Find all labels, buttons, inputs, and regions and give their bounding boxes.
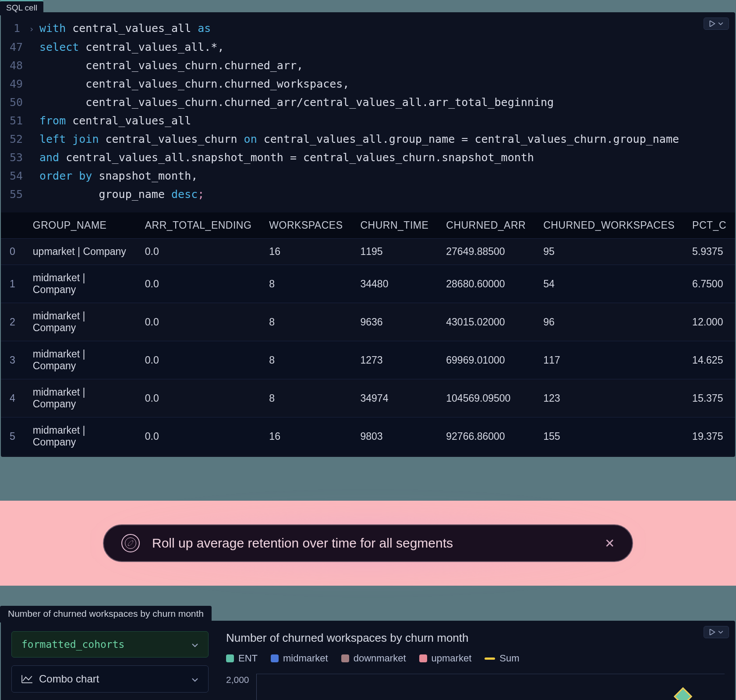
- table-cell: 0.0: [136, 239, 261, 265]
- table-row[interactable]: 0upmarket | Company0.016119527649.885009…: [1, 239, 735, 265]
- data-point-marker: [674, 687, 692, 700]
- table-cell: 9636: [352, 303, 438, 341]
- command-section: Roll up average retention over time for …: [0, 501, 736, 586]
- chart-title: Number of churned workspaces by churn mo…: [226, 631, 725, 645]
- table-cell: midmarket | Company: [24, 265, 136, 303]
- sql-cell: SQL cell 1›with central_values_all as47s…: [1, 12, 735, 457]
- chevron-down-icon: [718, 630, 723, 634]
- column-header[interactable]: GROUP_NAME: [24, 212, 136, 239]
- command-bar[interactable]: Roll up average retention over time for …: [103, 524, 633, 562]
- run-button[interactable]: [704, 18, 729, 30]
- legend-label: ENT: [238, 653, 258, 664]
- column-header[interactable]: ARR_TOTAL_ENDING: [136, 212, 261, 239]
- legend-swatch: [485, 658, 495, 660]
- table-cell: 16: [260, 239, 351, 265]
- chart-type-select[interactable]: Combo chart: [11, 665, 209, 693]
- close-icon[interactable]: ✕: [605, 536, 615, 551]
- table-cell: 34974: [352, 379, 438, 417]
- column-header[interactable]: PCT_C: [683, 212, 735, 239]
- chart-type-value: Combo chart: [39, 673, 99, 685]
- column-header[interactable]: [1, 212, 24, 239]
- table-cell: 8: [260, 265, 351, 303]
- table-cell: 3: [1, 341, 24, 379]
- table-cell: 5.9375: [683, 239, 735, 265]
- table-row[interactable]: 5midmarket | Company0.016980392766.86000…: [1, 417, 735, 456]
- legend-item[interactable]: Sum: [485, 653, 519, 664]
- table-cell: 8: [260, 379, 351, 417]
- column-header[interactable]: CHURNED_ARR: [437, 212, 534, 239]
- table-cell: 155: [534, 417, 683, 456]
- legend-item[interactable]: upmarket: [419, 653, 472, 664]
- table-cell: 34480: [352, 265, 438, 303]
- table-cell: 15.375: [683, 379, 735, 417]
- result-table: GROUP_NAMEARR_TOTAL_ENDINGWORKSPACESCHUR…: [1, 212, 735, 455]
- table-cell: 1: [1, 265, 24, 303]
- legend-item[interactable]: ENT: [226, 653, 258, 664]
- column-header[interactable]: CHURNED_WORKSPACES: [534, 212, 683, 239]
- legend-label: downmarket: [354, 653, 406, 664]
- table-cell: 1273: [352, 341, 438, 379]
- sql-editor[interactable]: 1›with central_values_all as47select cen…: [1, 12, 735, 212]
- table-cell: 9803: [352, 417, 438, 456]
- table-cell: 28680.60000: [437, 265, 534, 303]
- legend-item[interactable]: midmarket: [271, 653, 328, 664]
- chart-plot-area[interactable]: [256, 674, 725, 700]
- table-cell: 2: [1, 303, 24, 341]
- table-row[interactable]: 3midmarket | Company0.08127369969.010001…: [1, 341, 735, 379]
- table-cell: midmarket | Company: [24, 379, 136, 417]
- chevron-down-icon: [718, 21, 723, 26]
- table-cell: 0.0: [136, 379, 261, 417]
- legend-label: midmarket: [283, 653, 328, 664]
- table-cell: 8: [260, 303, 351, 341]
- table-cell: 16: [260, 417, 351, 456]
- chart-controls: formatted_cohorts Combo chart Data Style: [11, 631, 209, 700]
- table-cell: 14.625: [683, 341, 735, 379]
- table-row[interactable]: 2midmarket | Company0.08963643015.020009…: [1, 303, 735, 341]
- chevron-down-icon: [191, 673, 198, 685]
- table-cell: 69969.01000: [437, 341, 534, 379]
- table-cell: 27649.88500: [437, 239, 534, 265]
- column-header[interactable]: WORKSPACES: [260, 212, 351, 239]
- legend-label: upmarket: [432, 653, 472, 664]
- chart-cell-tab[interactable]: Number of churned workspaces by churn mo…: [0, 606, 212, 622]
- column-header[interactable]: CHURN_TIME: [352, 212, 438, 239]
- table-cell: 0.0: [136, 417, 261, 456]
- table-cell: 43015.02000: [437, 303, 534, 341]
- run-button[interactable]: [704, 626, 729, 638]
- y-axis-tick: 2,000: [226, 674, 249, 700]
- chart-cell: Number of churned workspaces by churn mo…: [1, 621, 735, 700]
- legend-label: Sum: [499, 653, 519, 664]
- table-cell: upmarket | Company: [24, 239, 136, 265]
- chart-view: Number of churned workspaces by churn mo…: [226, 631, 725, 700]
- table-cell: 12.000: [683, 303, 735, 341]
- table-cell: 6.7500: [683, 265, 735, 303]
- table-cell: 5: [1, 417, 24, 456]
- table-cell: 96: [534, 303, 683, 341]
- table-cell: midmarket | Company: [24, 417, 136, 456]
- table-cell: 95: [534, 239, 683, 265]
- table-cell: 54: [534, 265, 683, 303]
- chart-icon: [21, 674, 33, 684]
- chart-legend: ENTmidmarketdownmarketupmarketSum: [226, 653, 725, 664]
- command-text: Roll up average retention over time for …: [152, 536, 592, 551]
- legend-item[interactable]: downmarket: [341, 653, 406, 664]
- table-cell: 8: [260, 341, 351, 379]
- table-cell: 0.0: [136, 265, 261, 303]
- data-source-value: formatted_cohorts: [21, 639, 124, 650]
- play-icon: [709, 21, 715, 27]
- table-cell: 117: [534, 341, 683, 379]
- table-cell: 0: [1, 239, 24, 265]
- table-cell: midmarket | Company: [24, 341, 136, 379]
- legend-swatch: [271, 654, 279, 662]
- data-source-select[interactable]: formatted_cohorts: [11, 631, 209, 658]
- legend-swatch: [419, 654, 427, 662]
- table-cell: 104569.09500: [437, 379, 534, 417]
- magic-icon: [121, 534, 140, 552]
- table-row[interactable]: 4midmarket | Company0.0834974104569.0950…: [1, 379, 735, 417]
- legend-swatch: [341, 654, 349, 662]
- table-cell: 0.0: [136, 303, 261, 341]
- table-row[interactable]: 1midmarket | Company0.083448028680.60000…: [1, 265, 735, 303]
- sql-cell-tab[interactable]: SQL cell: [0, 0, 43, 15]
- table-cell: 123: [534, 379, 683, 417]
- table-cell: 0.0: [136, 341, 261, 379]
